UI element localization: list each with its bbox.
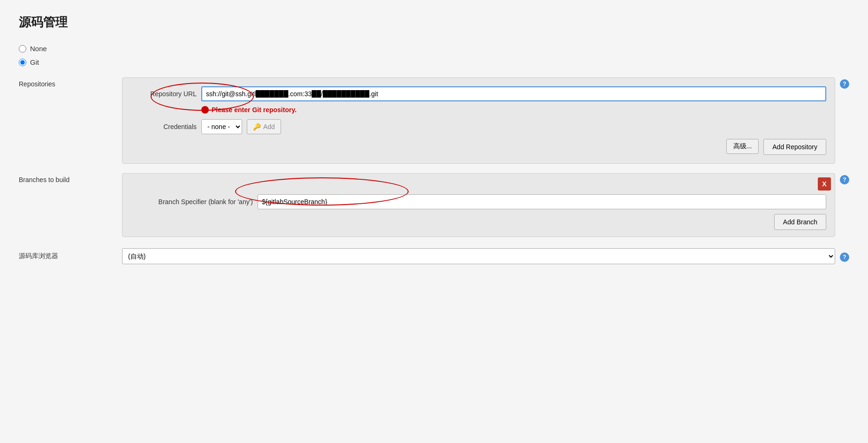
repositories-button-row: 高级... Add Repository [131,139,826,155]
branch-specifier-row: Branch Specifier (blank for 'any') [131,194,826,209]
branch-specifier-input[interactable] [258,194,826,209]
source-browser-row: 源码库浏览器 (自动) ? [19,248,849,264]
page-title: 源码管理 [19,14,849,31]
none-radio-label: None [30,45,47,53]
credentials-label: Credentials [131,123,197,130]
none-radio-item[interactable]: None [19,45,849,53]
branches-outer: X Branch Specifier (blank for 'any') Add… [122,173,849,237]
add-credentials-label: Add [263,123,275,130]
advanced-button[interactable]: 高级... [726,139,759,154]
remove-branch-button[interactable]: X [818,177,831,191]
branches-section-row: Branches to build X Branch Specifier (bl… [19,173,849,237]
source-browser-help-icon[interactable]: ? [840,252,849,262]
add-branch-button[interactable]: Add Branch [774,214,826,230]
none-radio[interactable] [19,45,26,53]
repositories-help-icon[interactable]: ? [840,79,849,89]
repository-url-label: Repository URL [131,90,197,98]
key-icon: 🔑 [253,123,261,130]
repositories-section-row: Repositories Repository URL — Please ent… [19,77,849,164]
branches-label: Branches to build [19,173,122,183]
credentials-select[interactable]: - none - [201,119,242,134]
error-row: — Please enter Git repository. [201,106,826,114]
add-credentials-button[interactable]: 🔑 Add [247,119,281,134]
repository-url-row: Repository URL [131,86,826,101]
git-radio-item[interactable]: Git [19,58,849,66]
branches-help-icon[interactable]: ? [840,175,849,184]
add-repository-button[interactable]: Add Repository [763,139,826,155]
repositories-label: Repositories [19,77,122,88]
credentials-row: Credentials - none - 🔑 Add [131,119,826,134]
source-browser-label: 源码库浏览器 [19,252,122,260]
repositories-content: Repository URL — Please enter Git reposi… [122,77,835,164]
error-icon: — [201,106,209,114]
source-control-radio-group: None Git [19,45,849,66]
git-radio[interactable] [19,59,26,66]
error-message: Please enter Git repository. [212,106,297,114]
branches-button-row: Add Branch [131,214,826,230]
source-browser-select[interactable]: (自动) [122,248,835,264]
repositories-outer: Repository URL — Please enter Git reposi… [122,77,849,164]
branch-specifier-label: Branch Specifier (blank for 'any') [131,198,253,206]
git-radio-label: Git [30,58,39,66]
repository-url-input[interactable] [201,86,826,101]
branches-content: X Branch Specifier (blank for 'any') Add… [122,173,835,237]
